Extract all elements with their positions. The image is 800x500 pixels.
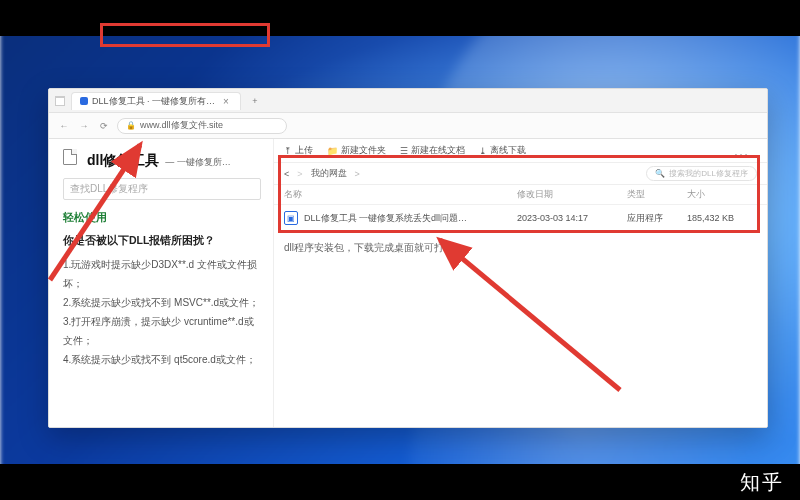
headline-question: 你是否被以下DLL报错所困扰？ bbox=[63, 233, 261, 249]
sidebar-search-placeholder: 查找DLL修复程序 bbox=[70, 182, 148, 196]
file-name: DLL修复工具 一键修复系统丢失dll问题… bbox=[304, 212, 467, 225]
upload-label: 上传 bbox=[295, 144, 313, 157]
toolbar-more-button[interactable]: … bbox=[725, 142, 757, 160]
file-row[interactable]: ▣ DLL修复工具 一键修复系统丢失dll问题… 2023-03-03 14:1… bbox=[274, 205, 767, 231]
brand-header: dll修复工具 — 一键修复所… bbox=[63, 149, 261, 170]
address-field[interactable]: 🔒 www.dll修复文件.site bbox=[117, 118, 287, 134]
file-type: 应用程序 bbox=[627, 212, 687, 225]
svg-rect-1 bbox=[56, 98, 64, 105]
favicon bbox=[80, 97, 88, 105]
instruction-note: dll程序安装包，下载完成桌面就可打开 bbox=[274, 231, 767, 255]
nav-forward-button[interactable]: → bbox=[77, 121, 91, 131]
issue-item: 1.玩游戏时提示缺少D3DX**.d 文件或文件损坏； bbox=[63, 255, 261, 293]
product-sidebar: dll修复工具 — 一键修复所… 查找DLL修复程序 轻松使用 你是否被以下DL… bbox=[49, 139, 274, 427]
document-new-icon: ☰ bbox=[400, 146, 408, 156]
tab-title: DLL修复工具 · 一键修复所有… bbox=[92, 95, 215, 108]
address-bar: ← → ⟳ 🔒 www.dll修复文件.site bbox=[49, 113, 767, 139]
new-document-label: 新建在线文档 bbox=[411, 144, 465, 157]
path-forward-button[interactable]: > bbox=[297, 169, 302, 179]
issue-item: 4.系统提示缺少或找不到 qt5core.d或文件； bbox=[63, 350, 261, 369]
upload-icon: ⤒ bbox=[284, 146, 292, 156]
brand-subtitle: — 一键修复所… bbox=[165, 156, 231, 169]
window-icon bbox=[55, 96, 65, 106]
disk-toolbar: ⤒ 上传 📁 新建文件夹 ☰ 新建在线文档 ⤓ 离线下载 … bbox=[274, 139, 767, 163]
path-back-button[interactable]: < bbox=[284, 169, 289, 179]
path-current[interactable]: 我的网盘 bbox=[311, 167, 347, 180]
issue-item: 2.系统提示缺少或找不到 MSVC**.d或文件； bbox=[63, 293, 261, 312]
lock-icon: 🔒 bbox=[126, 121, 136, 130]
download-icon: ⤓ bbox=[479, 146, 487, 156]
search-icon: 🔍 bbox=[655, 169, 665, 178]
issue-item: 3.打开程序崩溃，提示缺少 vcruntime**.d或文件； bbox=[63, 312, 261, 350]
column-date[interactable]: 修改日期 bbox=[517, 188, 627, 201]
disk-search-input[interactable]: 🔍 搜索我的DLL修复程序 bbox=[646, 166, 757, 181]
offline-download-button[interactable]: ⤓ 离线下载 bbox=[479, 144, 526, 157]
brand-title: dll修复工具 bbox=[87, 152, 159, 170]
exe-file-icon: ▣ bbox=[284, 211, 298, 225]
upload-button[interactable]: ⤒ 上传 bbox=[284, 144, 313, 157]
new-document-button[interactable]: ☰ 新建在线文档 bbox=[400, 144, 465, 157]
file-list-header: 名称 修改日期 类型 大小 bbox=[274, 185, 767, 205]
new-folder-label: 新建文件夹 bbox=[341, 144, 386, 157]
document-icon bbox=[63, 149, 77, 165]
disk-path-bar: < > 我的网盘 > 🔍 搜索我的DLL修复程序 bbox=[274, 163, 767, 185]
offline-download-label: 离线下载 bbox=[490, 144, 526, 157]
new-folder-button[interactable]: 📁 新建文件夹 bbox=[327, 144, 386, 157]
file-size: 185,432 KB bbox=[687, 213, 757, 223]
file-date: 2023-03-03 14:17 bbox=[517, 213, 627, 223]
cloud-disk-panel: ⤒ 上传 📁 新建文件夹 ☰ 新建在线文档 ⤓ 离线下载 … bbox=[274, 139, 767, 427]
column-type[interactable]: 类型 bbox=[627, 188, 687, 201]
issue-list: 1.玩游戏时提示缺少D3DX**.d 文件或文件损坏； 2.系统提示缺少或找不到… bbox=[63, 255, 261, 369]
zhihu-watermark: 知乎 bbox=[740, 469, 784, 496]
nav-back-button[interactable]: ← bbox=[57, 121, 71, 131]
nav-reload-button[interactable]: ⟳ bbox=[97, 121, 111, 131]
tab-close-button[interactable]: × bbox=[223, 96, 229, 107]
letterbox-bottom bbox=[0, 464, 800, 500]
address-text: www.dll修复文件.site bbox=[140, 119, 223, 132]
browser-tab[interactable]: DLL修复工具 · 一键修复所有… × bbox=[71, 92, 241, 110]
chevron-right-icon: > bbox=[355, 169, 360, 179]
new-tab-button[interactable]: + bbox=[247, 96, 263, 106]
disk-search-placeholder: 搜索我的DLL修复程序 bbox=[669, 168, 748, 179]
folder-icon: 📁 bbox=[327, 146, 338, 156]
letterbox-top bbox=[0, 0, 800, 36]
section-heading: 轻松使用 bbox=[63, 210, 261, 225]
browser-window: DLL修复工具 · 一键修复所有… × + ← → ⟳ 🔒 www.dll修复文… bbox=[48, 88, 768, 428]
tab-bar: DLL修复工具 · 一键修复所有… × + bbox=[49, 89, 767, 113]
column-size[interactable]: 大小 bbox=[687, 188, 757, 201]
column-name[interactable]: 名称 bbox=[284, 188, 517, 201]
sidebar-search-input[interactable]: 查找DLL修复程序 bbox=[63, 178, 261, 200]
